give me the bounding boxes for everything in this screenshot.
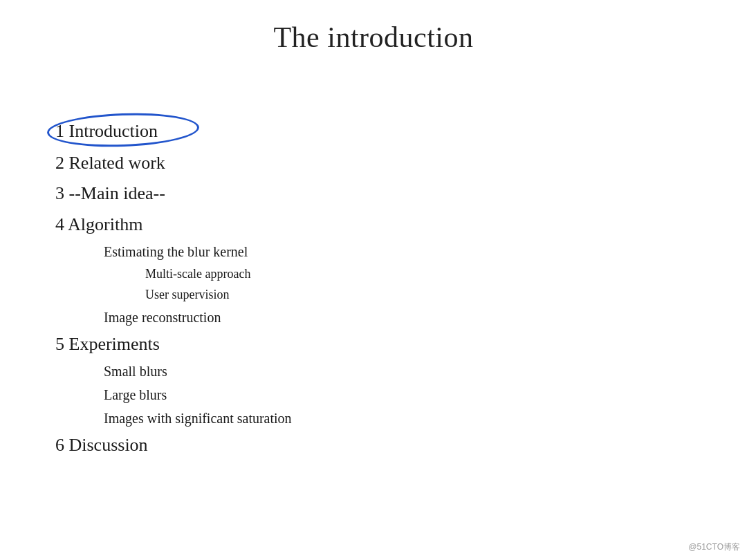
toc-subitem-multiscale: Multi-scale approach	[55, 263, 747, 285]
toc-item-algorithm: 4 Algorithm	[55, 209, 747, 240]
toc-item-related-work: 2 Related work	[55, 148, 747, 178]
page-title: The introduction	[273, 21, 473, 54]
toc-subitem-small-blurs: Small blurs	[55, 360, 747, 383]
toc-item-experiments: 5 Experiments	[55, 329, 747, 360]
toc-item-main-idea: 3 --Main idea--	[55, 178, 747, 209]
page-container: The introduction 1 Introduction 2 Relate…	[0, 0, 747, 560]
toc-subitem-blur-kernel: Estimating the blur kernel	[55, 240, 747, 263]
watermark: @51CTO博客	[688, 541, 740, 553]
toc-subitem-images-saturation: Images with significant saturation	[55, 407, 747, 430]
toc-subitem-image-reconstruction: Image reconstruction	[55, 306, 747, 329]
toc-subitem-user-supervision: User supervision	[55, 284, 747, 306]
toc-content: 1 Introduction 2 Related work 3 --Main i…	[0, 116, 747, 460]
toc-item-introduction: 1 Introduction	[55, 116, 158, 147]
toc-item-discussion: 6 Discussion	[55, 430, 747, 460]
toc-subitem-large-blurs: Large blurs	[55, 383, 747, 407]
